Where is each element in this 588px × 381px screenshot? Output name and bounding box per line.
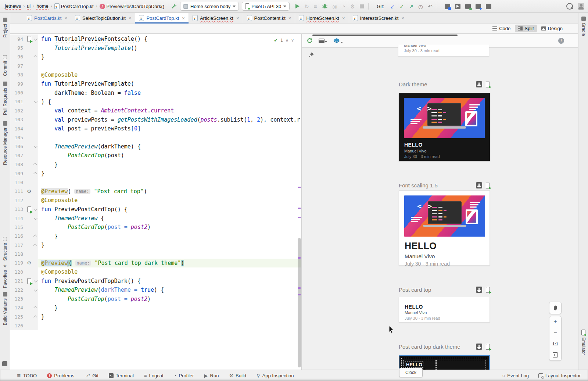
- code-line[interactable]: 94fun TutorialPreviewFontscale() {: [10, 35, 301, 43]
- mode-split-button[interactable]: Split: [515, 25, 537, 32]
- tab-homescreen-kt[interactable]: HomeScreen.kt×: [295, 13, 349, 23]
- code-line[interactable]: 104 val post = previewPosts[0]: [10, 124, 301, 133]
- fold-marker[interactable]: [33, 306, 37, 310]
- running-devices-icon[interactable]: [455, 4, 460, 9]
- fold-marker[interactable]: [34, 207, 37, 211]
- zoom-actual-button[interactable]: 1:1: [549, 338, 561, 349]
- git-commit-icon[interactable]: ✓: [399, 4, 404, 9]
- code-line[interactable]: 97: [10, 61, 301, 70]
- code-line[interactable]: 105: [10, 133, 301, 142]
- device-manager-icon[interactable]: [465, 4, 471, 9]
- fold-marker[interactable]: [33, 315, 37, 319]
- zoom-out-button[interactable]: −: [549, 327, 561, 338]
- sidebar-item-resource-manager[interactable]: Resource Manager: [0, 121, 10, 165]
- git-update-icon[interactable]: ↙: [390, 4, 395, 9]
- code-line[interactable]: 114 ThemedPreview {: [10, 214, 301, 223]
- close-icon[interactable]: ×: [129, 15, 132, 21]
- close-icon[interactable]: ×: [288, 15, 291, 21]
- code-line[interactable]: 110: [10, 178, 301, 187]
- deploy-preview-icon[interactable]: [486, 344, 490, 350]
- code-line[interactable]: 103 val previewPosts = getPostsWithImage…: [10, 115, 301, 124]
- code-line[interactable]: 101) {: [10, 97, 301, 106]
- statusbar-item-event-log[interactable]: ○Event Log: [502, 373, 528, 378]
- sidebar-item-structure[interactable]: Structure: [0, 237, 10, 261]
- fold-marker[interactable]: [33, 235, 37, 238]
- tab-selecttopicbutton-kt[interactable]: SelectTopicButton.kt×: [71, 13, 135, 23]
- code-line[interactable]: 116 }: [10, 232, 301, 241]
- sidebar-item-project[interactable]: Project: [0, 18, 10, 37]
- fold-marker[interactable]: [34, 100, 37, 103]
- fold-marker[interactable]: [34, 288, 37, 291]
- layers-icon[interactable]: [333, 38, 343, 44]
- sidebar-item-favorites[interactable]: ★Favorites: [0, 264, 10, 288]
- fold-marker[interactable]: [33, 55, 37, 59]
- interactive-preview-icon[interactable]: [476, 287, 482, 293]
- sidebar-item-emulator[interactable]: Emulator: [578, 330, 588, 355]
- tab-articlescreen-kt[interactable]: ArticleScreen.kt×: [189, 13, 243, 23]
- profiler-attach-icon[interactable]: ◔: [342, 4, 345, 9]
- code-line[interactable]: 121fun PreviewPostCardTopDark() {: [10, 277, 301, 285]
- fold-marker[interactable]: [33, 163, 37, 166]
- code-line[interactable]: 115 PostCardTop(post = post2): [10, 223, 301, 231]
- tab-postcardtop-kt[interactable]: PostCardTop.kt×: [135, 13, 189, 23]
- code-line[interactable]: 125}: [10, 312, 301, 321]
- debug-button[interactable]: [322, 3, 328, 9]
- statusbar-item-git[interactable]: ⎇Git: [85, 373, 98, 378]
- code-line[interactable]: 112@Composable: [10, 196, 301, 205]
- stop-button[interactable]: [360, 4, 364, 8]
- profile-avatar[interactable]: [578, 3, 584, 10]
- statusbar-item-terminal[interactable]: >_Terminal: [109, 373, 134, 378]
- run-preview-icon[interactable]: [27, 36, 31, 42]
- coverage-icon[interactable]: ◎: [333, 4, 337, 9]
- statusbar-item-profiler[interactable]: ◔Profiler: [174, 373, 194, 378]
- breadcrumb-item[interactable]: home: [35, 3, 50, 10]
- code-line[interactable]: 118: [10, 249, 301, 258]
- fold-marker[interactable]: [33, 172, 37, 176]
- zoom-fit-button[interactable]: [549, 349, 561, 360]
- code-line[interactable]: 111⚙@Preview( name: "Post card top"): [10, 187, 301, 196]
- search-everywhere-icon[interactable]: [566, 3, 573, 10]
- code-line[interactable]: 98@Composable: [10, 71, 301, 79]
- fold-marker[interactable]: [34, 279, 37, 283]
- git-push-icon[interactable]: ↗: [409, 4, 414, 9]
- code-line[interactable]: 126: [10, 321, 301, 330]
- statusbar-item-layout-inspector[interactable]: Layout Inspector: [538, 373, 581, 378]
- interactive-preview-icon[interactable]: [476, 344, 482, 350]
- breadcrumb-item[interactable]: ui: [26, 3, 32, 10]
- sidebar-item-pull-requests[interactable]: Pull Requests: [0, 82, 10, 115]
- run-preview-icon[interactable]: [27, 278, 31, 284]
- interactive-preview-icon[interactable]: [476, 81, 482, 87]
- sidebar-item-build-variants[interactable]: Build Variants: [0, 292, 10, 325]
- pan-hand-button[interactable]: [549, 302, 562, 314]
- sidebar-item-commit[interactable]: Commit: [0, 55, 10, 76]
- preview-horizontal-scrollbar[interactable]: [312, 35, 458, 36]
- inspection-widget[interactable]: ✔ 1 ∧ ∨: [272, 37, 295, 44]
- refresh-preview-icon[interactable]: [306, 37, 313, 44]
- tab-postcontent-kt[interactable]: PostContent.kt×: [243, 13, 295, 23]
- code-line[interactable]: 113fun PreviewPostCardTop() {: [10, 205, 301, 213]
- statusbar-item-logcat[interactable]: ≡Logcat: [144, 373, 164, 378]
- rollback-icon[interactable]: ↶: [428, 4, 433, 9]
- code-line[interactable]: 124 }: [10, 303, 301, 312]
- code-line[interactable]: 123 PostCardTop(post = post2): [10, 294, 301, 303]
- interactive-preview-icon[interactable]: [476, 182, 482, 188]
- fold-marker[interactable]: [34, 37, 37, 41]
- code-line[interactable]: 119⚙@Preview( name: "Post card top dark …: [10, 259, 301, 267]
- issues-info-icon[interactable]: !: [558, 38, 564, 44]
- code-line[interactable]: 107 PostCardTop(post): [10, 151, 301, 160]
- deploy-preview-icon[interactable]: [486, 287, 490, 293]
- breadcrumb-item[interactable]: PostCardTop.kt: [53, 3, 95, 10]
- close-icon[interactable]: ×: [342, 15, 345, 21]
- apply-changes-icon[interactable]: ↻: [304, 4, 309, 9]
- code-line[interactable]: 102 val context = AmbientContext.current: [10, 106, 301, 115]
- mode-code-button[interactable]: Code: [490, 25, 513, 32]
- run-preview-icon[interactable]: [27, 206, 31, 212]
- apply-code-changes-icon[interactable]: ≡: [314, 4, 317, 9]
- zoom-in-button[interactable]: +: [549, 316, 561, 327]
- fold-marker[interactable]: [34, 216, 37, 220]
- code-editor[interactable]: 94fun TutorialPreviewFontscale() {95 Tut…: [10, 34, 301, 370]
- device-file-explorer-icon[interactable]: [445, 4, 450, 9]
- code-line[interactable]: 96}: [10, 53, 301, 61]
- close-icon[interactable]: ×: [182, 15, 185, 21]
- fold-marker[interactable]: [34, 144, 37, 148]
